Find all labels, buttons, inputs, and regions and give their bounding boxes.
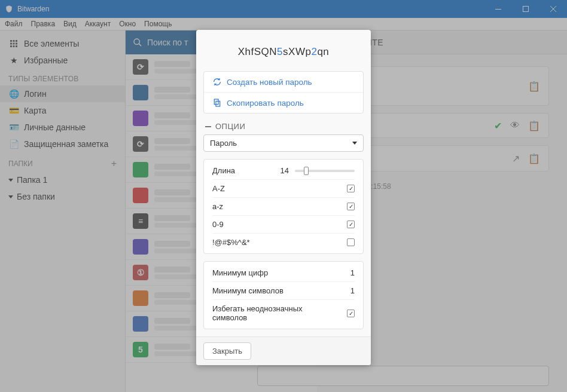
uppercase-row: A-Z [212,180,355,198]
numbers-row: 0-9 [212,216,355,234]
min-numbers-value[interactable]: 1 [350,268,355,277]
ambiguous-checkbox[interactable] [347,310,355,317]
min-special-value[interactable]: 1 [350,286,355,295]
minimum-group: Минимум цифр 1 Минимум символов 1 Избега… [203,261,364,329]
chevron-down-icon [352,142,357,145]
min-special-row: Минимум символов 1 [212,282,355,300]
copy-icon [212,98,222,108]
lowercase-row: a-z [212,198,355,216]
uppercase-checkbox[interactable] [347,185,355,192]
generator-type-value: Пароль [210,139,237,148]
numbers-checkbox[interactable] [347,220,355,228]
length-row: Длина 14 [212,162,355,180]
special-checkbox[interactable] [347,238,355,246]
min-special-label: Минимум символов [212,286,284,295]
ambiguous-label: Избегать неоднозначных символов [212,304,332,322]
char-options-group: Длина 14 A-Z a-z 0-9 [203,159,364,254]
min-numbers-row: Минимум цифр 1 [212,264,355,282]
regenerate-button[interactable]: Создать новый пароль [204,72,363,93]
options-header-label: ОПЦИИ [215,122,245,131]
special-row: !@#$%^&* [212,234,355,251]
generated-password: XhfSQN5sXWp2qn [196,42,371,71]
modal-footer: Закрыть [196,336,371,365]
collapse-icon [205,123,212,130]
lowercase-label: a-z [212,202,223,211]
special-label: !@#$%^&* [212,238,250,247]
modal-overlay: XhfSQN5sXWp2qn Создать новый пароль Скоп… [0,0,567,392]
copy-label: Скопировать пароль [227,99,304,108]
close-modal-button[interactable]: Закрыть [203,342,251,360]
svg-rect-17 [205,126,211,127]
regenerate-label: Создать новый пароль [227,78,312,87]
copy-password-button[interactable]: Скопировать пароль [204,93,363,113]
lowercase-checkbox[interactable] [347,203,355,210]
length-value: 14 [281,166,289,175]
refresh-icon [212,77,222,87]
length-label: Длина [212,166,235,175]
numbers-label: 0-9 [212,220,224,229]
uppercase-label: A-Z [212,184,225,193]
password-generator-modal: XhfSQN5sXWp2qn Создать новый пароль Скоп… [196,30,371,365]
options-header[interactable]: ОПЦИИ [203,114,364,134]
length-slider[interactable] [295,170,355,172]
generator-type-select[interactable]: Пароль [203,134,364,152]
svg-rect-16 [216,101,220,106]
svg-rect-15 [214,99,218,105]
min-numbers-label: Минимум цифр [212,268,268,277]
ambiguous-row: Избегать неоднозначных символов [212,300,355,326]
